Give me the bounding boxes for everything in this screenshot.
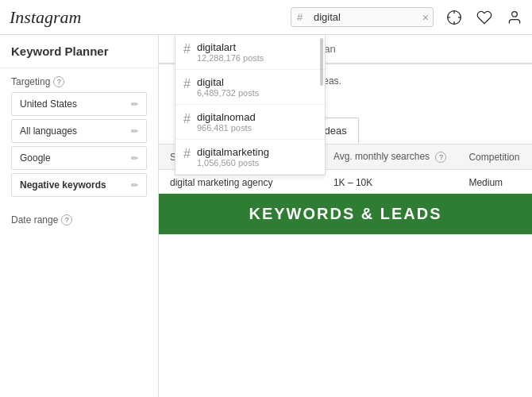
hash-icon-1: # <box>183 77 191 91</box>
item-text-3: digitalmarketing 1,056,560 posts <box>197 146 269 168</box>
negative-keywords-edit-icon: ✏ <box>131 180 138 191</box>
country-edit-icon: ✏ <box>131 99 138 110</box>
negative-keywords-label: Negative keywords <box>20 179 106 191</box>
instagram-bar: Instagram # × <box>0 0 532 35</box>
instagram-nav-icons <box>446 10 522 25</box>
targeting-language[interactable]: All languages ✏ <box>11 119 147 143</box>
cell-competition: Medium <box>457 170 532 196</box>
network-label: Google <box>20 152 51 164</box>
targeting-help-icon[interactable]: ? <box>53 76 64 87</box>
targeting-negative-keywords[interactable]: Negative keywords ✏ <box>11 173 147 197</box>
hash-icon-0: # <box>183 42 191 56</box>
dropdown-list: # digitalart 12,288,176 posts # digital … <box>175 35 325 175</box>
person-icon[interactable] <box>507 10 522 25</box>
clear-icon[interactable]: × <box>422 11 429 24</box>
instagram-logo: Instagram <box>10 7 81 28</box>
dropdown-item-3[interactable]: # digitalmarketing 1,056,560 posts <box>175 140 325 175</box>
date-range-help-icon[interactable]: ? <box>61 214 72 225</box>
keywords-banner: KEYWORDS & LEADS <box>159 194 532 234</box>
item-text-2: digitalnomad 966,481 posts <box>197 111 256 133</box>
compass-icon[interactable] <box>446 10 462 25</box>
search-input[interactable] <box>291 7 434 27</box>
dropdown-item-1[interactable]: # digital 6,489,732 posts <box>175 70 325 105</box>
th-competition: Competition <box>457 145 532 170</box>
date-range-section: Date range ? <box>0 208 158 232</box>
keywords-overlay: KEYWORDS & LEADS <box>159 194 532 234</box>
search-wrapper: # × <box>291 7 434 27</box>
svg-point-5 <box>512 11 518 17</box>
search-dropdown: # digitalart 12,288,176 posts # digital … <box>175 35 326 175</box>
sidebar-header: Keyword Planner <box>0 35 158 68</box>
sidebar: Keyword Planner Targeting ? United State… <box>0 35 159 397</box>
language-label: All languages <box>20 125 77 137</box>
item-text-1: digital 6,489,732 posts <box>197 76 259 98</box>
date-range-title: Date range ? <box>11 214 147 225</box>
targeting-title: Targeting ? <box>11 76 147 87</box>
th-monthly-searches: Avg. monthly searches ? <box>322 145 458 170</box>
targeting-network[interactable]: Google ✏ <box>11 146 147 170</box>
dropdown-scrollbar <box>320 38 323 86</box>
targeting-country[interactable]: United States ✏ <box>11 92 147 116</box>
dropdown-item-0[interactable]: # digitalart 12,288,176 posts <box>175 35 325 70</box>
network-edit-icon: ✏ <box>131 153 138 164</box>
country-label: United States <box>20 98 77 110</box>
language-edit-icon: ✏ <box>131 126 138 137</box>
targeting-section: Targeting ? United States ✏ All language… <box>0 68 158 208</box>
hash-icon: # <box>297 11 303 23</box>
dropdown-item-2[interactable]: # digitalnomad 966,481 posts <box>175 105 325 140</box>
hash-icon-2: # <box>183 112 191 126</box>
monthly-help-icon[interactable]: ? <box>435 152 446 163</box>
cell-monthly: 1K – 10K <box>322 170 458 196</box>
hash-icon-3: # <box>183 147 191 161</box>
item-text-0: digitalart 12,288,176 posts <box>197 41 264 63</box>
heart-icon[interactable] <box>476 10 492 25</box>
